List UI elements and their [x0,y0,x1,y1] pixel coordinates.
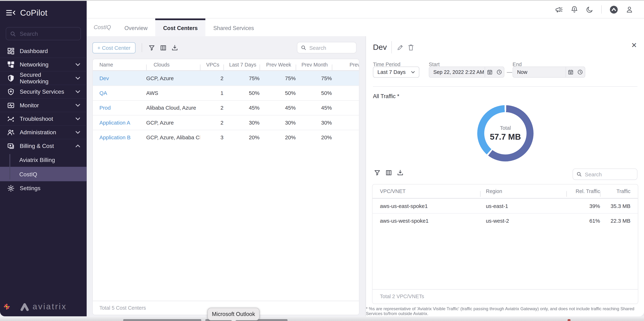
cell-region: us-west-2 [480,218,566,224]
sidebar-item-label: Administration [20,129,70,136]
sidebar-item-label: Dashboard [20,48,87,54]
sidebar-item-troubleshoot[interactable]: Troubleshoot [0,112,86,125]
user-profile-icon[interactable] [626,6,633,13]
cost-center-link[interactable]: QA [93,90,146,96]
table-row[interactable]: Application B GCP, Azure, Alibaba Cloud … [93,130,359,144]
end-datetime-field[interactable]: Now [513,66,586,78]
sidebar-item-label: Monitor [20,102,70,108]
tab-cost-centers[interactable]: Cost Centers [156,18,206,36]
cost-center-link[interactable]: Application B [93,134,146,140]
subitem-label: Aviatrix Billing [19,156,55,163]
column-header-vpc-vnet[interactable]: VPC/VNET [372,188,480,194]
add-cost-center-button[interactable]: + Cost Center [92,42,135,53]
cell-prev-month: 50% [296,90,332,96]
cell-vpc: aws-us-west-spoke1 [372,218,480,224]
app-title: CoPilot [20,8,48,18]
table-row[interactable]: aws-us-west-spoke1 us-west-2 61% 22.3 MB [372,213,638,228]
cell-clouds: AWS [146,90,200,96]
cell-traffic: 22.3 MB [600,218,630,224]
vpc-search-input[interactable] [584,171,633,178]
detail-title: Dev [373,43,387,52]
vpc-search[interactable] [572,168,637,180]
columns-icon[interactable] [160,44,166,51]
column-header-rel-traffic[interactable]: Rel. Traffic [566,188,600,194]
sidebar-item-secured-networking[interactable]: Secured Networking [0,71,86,84]
cell-region: us-east-1 [480,203,566,209]
sidebar-item-monitor[interactable]: Monitor [0,98,86,112]
column-header-vpcs[interactable]: VPCs [200,62,223,68]
dock-icon-sliver[interactable] [568,320,570,321]
search-icon [301,45,306,50]
table-row[interactable]: Prod Alibaba Cloud, Azure 2 45% 45% 45% [93,100,359,115]
clock-icon[interactable] [575,70,585,75]
column-header-prev-week[interactable]: Prev Week [260,62,296,68]
sidebar-item-label: Billing & Cost [20,142,70,149]
cost-center-link[interactable]: Dev [93,75,146,81]
topbar-divider [601,6,602,14]
close-icon[interactable]: ✕ [631,42,637,49]
edit-pencil-icon[interactable] [397,44,404,51]
cell-last-7-days: 45% [223,105,260,111]
sidebar-item-security-services[interactable]: Security Services [0,85,86,98]
sidebar-item-billing-cost[interactable]: Billing & Cost [0,139,86,152]
cost-centers-search[interactable] [297,42,356,54]
column-header-prev-month[interactable]: Prev Month [296,62,332,68]
filter-funnel-icon[interactable] [374,170,380,176]
aviatrix-avatar-icon[interactable] [610,6,618,13]
sidebar-search[interactable] [6,27,81,40]
sidebar-item-dashboard[interactable]: Dashboard [0,44,86,58]
cell-vpcs: 3 [200,134,223,140]
shield-half-icon [7,74,14,82]
clock-icon[interactable] [494,70,504,75]
tab-label: Shared Services [213,25,254,31]
table-row[interactable]: Application A GCP, Azure 2 30% 30% 30% [93,115,359,130]
dock-icon-sliver[interactable] [123,320,201,321]
column-header-name[interactable]: Name [93,62,146,68]
subitem-label: CostIQ [19,171,37,178]
sidebar-subitem-aviatrix-billing[interactable]: Aviatrix Billing [0,152,86,167]
sidebar-collapse-icon[interactable] [6,10,15,16]
sidebar-subitem-costiq[interactable]: CostIQ [0,167,86,181]
table-header-row: VPC/VNET Region Rel. Traffic Traffic [372,184,638,198]
cost-center-link[interactable]: Application A [93,120,146,126]
column-header-prev[interactable]: Prev [332,62,360,68]
sidebar-search-input[interactable] [19,30,76,38]
download-icon[interactable] [397,170,403,176]
column-header-traffic[interactable]: Traffic [600,188,630,194]
calendar-icon[interactable] [566,70,576,75]
cost-center-detail-panel: Dev ✕ Time Period Start End Last 7 Days [366,36,644,316]
cost-centers-search-input[interactable] [308,44,352,51]
donut-center: Total 57.7 MB [477,105,534,162]
calendar-icon[interactable] [485,70,494,75]
columns-icon[interactable] [386,170,392,176]
top-bar [86,1,644,18]
cost-center-link[interactable]: Prod [93,105,146,111]
start-datetime-field[interactable]: Sep 22, 2022 2:22 AM [429,66,504,78]
sidebar-item-administration[interactable]: Administration [0,125,86,139]
sidebar-item-networking[interactable]: Networking [0,58,86,71]
time-period-select[interactable]: Last 7 Days [373,66,419,78]
trend-sparkle-icon [7,115,14,122]
cell-prev-month: 20% [296,134,332,140]
cell-prev-week: 50% [260,90,296,96]
sidebar-item-settings[interactable]: Settings [0,181,86,195]
tab-shared-services[interactable]: Shared Services [206,18,262,36]
filter-funnel-icon[interactable] [148,44,154,51]
table-row[interactable]: QA AWS 1 50% 50% 50% [93,85,359,100]
cell-last-7-days: 20% [223,134,260,140]
cell-traffic: 35.3 MB [600,203,630,209]
dock-tooltip-text: Microsoft Outlook [212,311,255,317]
download-icon[interactable] [172,44,178,51]
announcements-icon[interactable] [555,6,562,13]
table-row[interactable]: Dev GCP, Azure 2 75% 75% 75% [93,71,359,85]
dashboard-icon [7,48,14,54]
cell-prev-week: 45% [260,105,296,111]
column-header-clouds[interactable]: Clouds [146,62,200,68]
column-header-last-7-days[interactable]: Last 7 Days [223,62,260,68]
notifications-bell-icon[interactable] [571,6,578,13]
delete-trash-icon[interactable] [408,44,414,51]
column-header-region[interactable]: Region [480,188,566,194]
table-row[interactable]: aws-us-east-spoke1 us-east-1 39% 35.3 MB [372,198,638,213]
tab-overview[interactable]: Overview [116,18,155,36]
dark-mode-moon-icon[interactable] [586,6,593,13]
